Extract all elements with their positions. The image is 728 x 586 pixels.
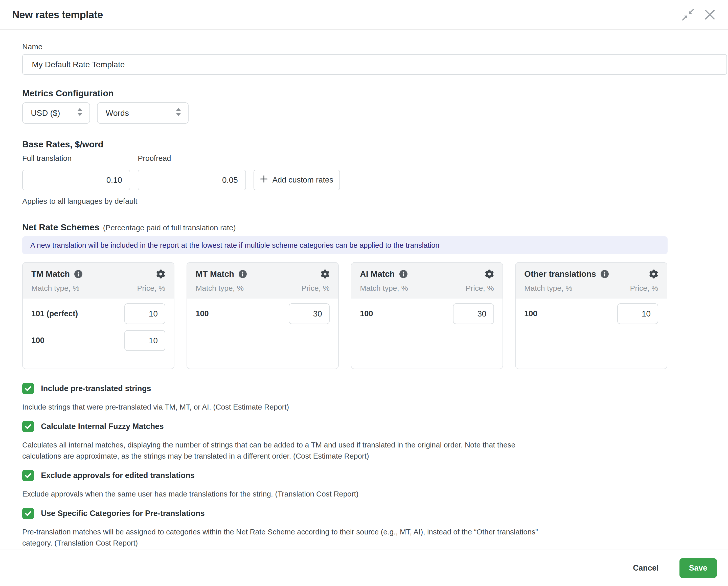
proofread-input[interactable] — [138, 170, 246, 190]
option-description: Include strings that were pre-translated… — [22, 402, 543, 413]
checkbox-include-pre-translated[interactable]: Include pre-translated strings — [22, 383, 706, 394]
other-translations-card-header: Other translations Match type, % Price, … — [516, 263, 667, 299]
full-translation-input[interactable] — [22, 170, 130, 190]
option-include-pre-translated: Include pre-translated strings Include s… — [22, 383, 706, 413]
match-type-col-header: Match type, % — [360, 284, 408, 292]
base-rates-heading: Base Rates, $/word — [22, 139, 706, 149]
price-col-header: Price, % — [630, 284, 658, 292]
price-input[interactable] — [453, 303, 494, 324]
gear-icon[interactable] — [320, 270, 330, 279]
checkbox-specific-categories[interactable]: Use Specific Categories for Pre-translat… — [22, 508, 706, 519]
dialog-footer: Cancel Save — [0, 550, 728, 586]
option-label: Exclude approvals for edited translation… — [41, 471, 194, 480]
close-icon[interactable] — [704, 8, 716, 21]
match-type-value: 100 — [524, 309, 538, 318]
name-input[interactable] — [22, 54, 727, 75]
plus-icon — [260, 175, 268, 185]
info-icon[interactable] — [601, 270, 609, 278]
price-input[interactable] — [124, 330, 165, 351]
other-translations-card: Other translations Match type, % Price, … — [515, 262, 667, 369]
add-custom-rates-button[interactable]: Add custom rates — [254, 170, 340, 190]
match-type-value: 100 — [196, 309, 209, 318]
other-translations-title: Other translations — [524, 269, 596, 279]
table-row: 101 (perfect) — [31, 303, 165, 324]
mt-match-title: MT Match — [196, 269, 234, 279]
price-input[interactable] — [124, 303, 165, 324]
option-specific-categories: Use Specific Categories for Pre-translat… — [22, 508, 706, 549]
gear-icon[interactable] — [156, 270, 165, 279]
dialog-body: Name Metrics Configuration USD ($) Words… — [0, 30, 728, 550]
option-label: Use Specific Categories for Pre-translat… — [41, 509, 205, 518]
info-icon[interactable] — [399, 270, 408, 278]
option-label: Include pre-translated strings — [41, 384, 151, 393]
price-col-header: Price, % — [466, 284, 494, 292]
option-label: Calculate Internal Fuzzy Matches — [41, 422, 164, 431]
info-icon[interactable] — [239, 270, 247, 278]
options-list: Include pre-translated strings Include s… — [22, 383, 706, 549]
unit-select-value: Words — [106, 108, 129, 118]
checkbox-exclude-approvals[interactable]: Exclude approvals for edited translation… — [22, 470, 706, 481]
ai-match-card-header: AI Match Match type, % Price, % — [352, 263, 502, 299]
currency-select[interactable]: USD ($) — [22, 102, 90, 124]
price-input[interactable] — [289, 303, 330, 324]
match-type-col-header: Match type, % — [196, 284, 244, 292]
table-row: 100 — [524, 303, 658, 324]
name-label: Name — [22, 43, 706, 51]
table-row: 100 — [360, 303, 494, 324]
tm-match-card-header: TM Match Match type, % Price, % — [23, 263, 174, 299]
net-rate-schemes-subheading: (Percentage paid of full translation rat… — [103, 224, 236, 232]
option-description: Calculates all internal matches, display… — [22, 439, 543, 462]
option-description: Pre-translation matches will be assigned… — [22, 526, 543, 549]
checked-checkbox-icon — [22, 383, 34, 394]
sort-arrows-icon — [176, 108, 181, 118]
match-type-col-header: Match type, % — [31, 284, 79, 292]
mt-match-card-header: MT Match Match type, % Price, % — [187, 263, 338, 299]
lowest-rate-info-banner: A new translation will be included in th… — [22, 236, 668, 254]
gear-icon[interactable] — [485, 270, 494, 279]
new-rates-template-dialog: New rates template Name Metrics Configur… — [0, 0, 728, 586]
add-custom-rates-label: Add custom rates — [272, 175, 333, 184]
option-exclude-approvals: Exclude approvals for edited translation… — [22, 470, 706, 500]
ai-match-card: AI Match Match type, % Price, % — [351, 262, 503, 369]
option-calculate-internal-fuzzy: Calculate Internal Fuzzy Matches Calcula… — [22, 421, 706, 462]
collapse-icon[interactable] — [682, 8, 694, 21]
cancel-button[interactable]: Cancel — [627, 559, 665, 577]
proofread-label: Proofread — [138, 154, 246, 162]
save-button[interactable]: Save — [679, 558, 717, 578]
info-icon[interactable] — [74, 270, 82, 278]
checked-checkbox-icon — [22, 508, 34, 519]
option-description: Exclude approvals when the same user has… — [22, 488, 543, 500]
dialog-header: New rates template — [0, 0, 728, 30]
base-rates-note: Applies to all languages by default — [22, 197, 706, 206]
net-rate-cards: TM Match Match type, % Price, % — [22, 262, 706, 369]
mt-match-card: MT Match Match type, % Price, % — [186, 262, 339, 369]
tm-match-card: TM Match Match type, % Price, % — [22, 262, 175, 369]
checkbox-calculate-internal-fuzzy[interactable]: Calculate Internal Fuzzy Matches — [22, 421, 706, 432]
price-input[interactable] — [617, 303, 658, 324]
price-col-header: Price, % — [137, 284, 165, 292]
page-title: New rates template — [12, 9, 103, 21]
table-row: 100 — [196, 303, 330, 324]
full-translation-label: Full translation — [22, 154, 130, 162]
currency-select-value: USD ($) — [31, 108, 60, 118]
match-type-value: 100 — [360, 309, 373, 318]
price-col-header: Price, % — [301, 284, 330, 292]
gear-icon[interactable] — [649, 270, 658, 279]
tm-match-title: TM Match — [31, 269, 70, 279]
checked-checkbox-icon — [22, 470, 34, 481]
match-type-col-header: Match type, % — [524, 284, 572, 292]
match-type-value: 101 (perfect) — [31, 309, 78, 318]
sort-arrows-icon — [77, 108, 82, 118]
unit-select[interactable]: Words — [97, 102, 188, 124]
checked-checkbox-icon — [22, 421, 34, 432]
match-type-value: 100 — [31, 336, 45, 345]
ai-match-title: AI Match — [360, 269, 395, 279]
metrics-configuration-heading: Metrics Configuration — [22, 88, 706, 98]
net-rate-schemes-heading: Net Rate Schemes — [22, 222, 99, 232]
table-row: 100 — [31, 330, 165, 351]
